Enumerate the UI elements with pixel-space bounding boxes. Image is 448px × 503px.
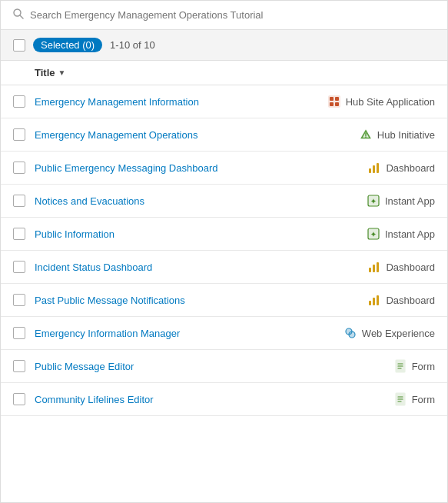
- table-row[interactable]: Emergency Management Information Hub Sit…: [1, 85, 447, 118]
- svg-rect-13: [377, 163, 379, 173]
- svg-rect-23: [369, 301, 371, 305]
- table-row[interactable]: Public Information ✦ Instant App: [1, 218, 447, 251]
- search-input[interactable]: [30, 9, 435, 21]
- item-title-1[interactable]: Emergency Management Operations: [35, 129, 312, 141]
- type-label-7: Web Experience: [362, 328, 435, 339]
- svg-rect-22: [377, 262, 379, 272]
- svg-rect-4: [335, 97, 339, 101]
- row-checkbox-1[interactable]: [13, 128, 25, 141]
- type-icon-dashboard: [367, 293, 381, 307]
- item-type-5: Dashboard: [312, 260, 435, 274]
- row-checkbox-4[interactable]: [13, 228, 25, 240]
- type-label-9: Form: [412, 394, 435, 405]
- type-icon-instant-app: ✦: [367, 227, 380, 241]
- table-row[interactable]: Public Emergency Messaging Dashboard Das…: [1, 152, 447, 185]
- item-type-3: ✦ Instant App: [312, 194, 435, 208]
- type-label-1: Hub Initiative: [377, 129, 435, 141]
- sort-icon: ▼: [58, 68, 66, 77]
- type-icon-hub-initiative: [359, 128, 373, 142]
- svg-text:✦: ✦: [370, 231, 377, 238]
- column-title[interactable]: Title ▼: [35, 67, 65, 78]
- select-all-checkbox[interactable]: [13, 39, 25, 52]
- type-icon-web-experience: [343, 326, 357, 340]
- type-icon-hub-site: [327, 95, 341, 108]
- item-title-3[interactable]: Notices and Evacuations: [35, 195, 312, 207]
- type-icon-dashboard: [367, 260, 381, 274]
- item-title-7[interactable]: Emergency Information Manager: [35, 328, 312, 339]
- table-row[interactable]: Community Lifelines Editor Form: [1, 383, 447, 416]
- type-label-0: Hub Site Application: [346, 96, 435, 108]
- type-icon-dashboard: [367, 161, 381, 175]
- svg-rect-24: [373, 298, 375, 305]
- svg-rect-5: [330, 102, 334, 106]
- table-row[interactable]: Past Public Message Notifications Dashbo…: [1, 284, 447, 317]
- count-label: 1-10 of 10: [110, 39, 155, 51]
- svg-rect-3: [330, 97, 334, 101]
- svg-rect-12: [373, 165, 375, 173]
- svg-rect-20: [369, 268, 371, 272]
- svg-rect-21: [373, 265, 375, 272]
- row-checkbox-6[interactable]: [13, 294, 25, 306]
- type-label-3: Instant App: [385, 195, 435, 207]
- row-checkbox-2[interactable]: [13, 162, 25, 174]
- table-row[interactable]: Public Message Editor Form: [1, 350, 447, 383]
- item-title-9[interactable]: Community Lifelines Editor: [35, 394, 312, 405]
- item-type-4: ✦ Instant App: [312, 227, 435, 241]
- svg-rect-6: [335, 102, 339, 106]
- table-row[interactable]: Notices and Evacuations ✦ Instant App: [1, 185, 447, 218]
- row-checkbox-3[interactable]: [13, 195, 25, 207]
- row-checkbox-9[interactable]: [13, 393, 25, 405]
- type-label-8: Form: [412, 361, 435, 372]
- type-label-4: Instant App: [385, 228, 435, 240]
- item-type-0: Hub Site Application: [312, 95, 435, 108]
- search-icon: [13, 8, 24, 22]
- item-title-6[interactable]: Past Public Message Notifications: [35, 295, 312, 306]
- svg-point-10: [365, 137, 367, 138]
- item-title-0[interactable]: Emergency Management Information: [35, 96, 312, 108]
- svg-rect-25: [377, 295, 379, 305]
- row-checkbox-0[interactable]: [13, 95, 25, 108]
- table-row[interactable]: Emergency Management Operations Hub Init…: [1, 118, 447, 152]
- item-type-7: Web Experience: [312, 326, 435, 340]
- item-type-9: Form: [312, 392, 435, 406]
- type-label-6: Dashboard: [386, 295, 435, 306]
- item-type-1: Hub Initiative: [312, 128, 435, 142]
- item-type-8: Form: [312, 359, 435, 373]
- svg-text:✦: ✦: [370, 198, 377, 205]
- column-header-row: Title ▼: [1, 61, 447, 85]
- type-icon-form: [393, 392, 407, 406]
- type-icon-form: [393, 359, 407, 373]
- list-header: Selected (0) 1-10 of 10: [1, 30, 447, 61]
- svg-rect-11: [369, 168, 371, 173]
- row-checkbox-7[interactable]: [13, 327, 25, 339]
- table-row[interactable]: Emergency Information Manager Web Experi…: [1, 317, 447, 350]
- type-label-5: Dashboard: [386, 261, 435, 273]
- row-checkbox-5[interactable]: [13, 261, 25, 273]
- items-list: Emergency Management Information Hub Sit…: [1, 85, 447, 416]
- search-bar: [1, 1, 447, 30]
- item-title-2[interactable]: Public Emergency Messaging Dashboard: [35, 162, 312, 174]
- item-title-8[interactable]: Public Message Editor: [35, 361, 312, 372]
- item-title-5[interactable]: Incident Status Dashboard: [35, 261, 312, 273]
- selected-badge[interactable]: Selected (0): [33, 38, 102, 52]
- item-type-2: Dashboard: [312, 161, 435, 175]
- item-type-6: Dashboard: [312, 293, 435, 307]
- item-title-4[interactable]: Public Information: [35, 228, 312, 240]
- type-label-2: Dashboard: [386, 162, 435, 174]
- table-row[interactable]: Incident Status Dashboard Dashboard: [1, 251, 447, 284]
- row-checkbox-8[interactable]: [13, 360, 25, 372]
- type-icon-instant-app: ✦: [367, 194, 380, 208]
- svg-line-1: [20, 15, 23, 18]
